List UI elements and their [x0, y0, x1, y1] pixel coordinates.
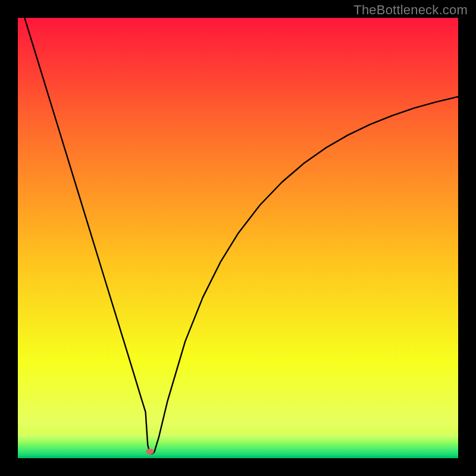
green-cap: [18, 456, 458, 458]
chart-svg: [0, 0, 476, 476]
chart-frame: TheBottleneck.com: [0, 0, 476, 476]
minimum-marker: [146, 449, 154, 455]
green-band: [18, 434, 458, 458]
watermark-text: TheBottleneck.com: [353, 2, 468, 18]
plot-background: [18, 18, 458, 458]
